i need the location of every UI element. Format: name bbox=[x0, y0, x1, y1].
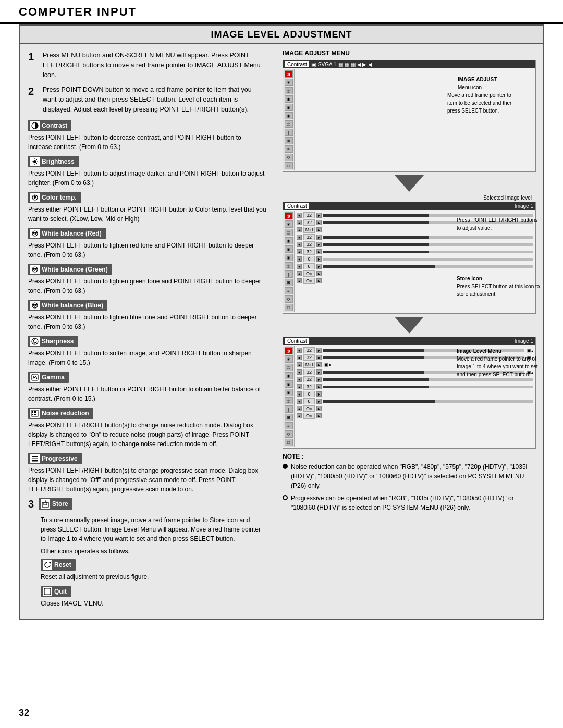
item-wb-red: White balance (Red) Press POINT LEFT but… bbox=[28, 228, 266, 260]
menu-val-2: Mid bbox=[303, 227, 315, 233]
menu-bar-3 bbox=[323, 236, 533, 239]
menu-bar-3-extra: Image 1 bbox=[515, 338, 533, 344]
menu-bar-icons: ▦ ▦ ▦ ◀ ▶ ◀ bbox=[338, 61, 372, 67]
sharpness-icon bbox=[30, 337, 40, 346]
annotation-pointer: Move a red frame pointer to item to be s… bbox=[447, 91, 541, 115]
menu-icon-3-2: ◎ bbox=[285, 364, 293, 371]
image-level-desc: Move a red frame pointer to any of Image… bbox=[457, 355, 540, 378]
menu-val-3: 32 bbox=[303, 234, 315, 240]
quit-label: Quit bbox=[41, 586, 71, 597]
wb-red-desc: Press POINT LEFT button to lighten red t… bbox=[28, 241, 266, 260]
step-2-number: 2 bbox=[28, 85, 40, 97]
contrast-desc: Press POINT LEFT button to decrease cont… bbox=[28, 133, 266, 152]
menu-icon-3-9: ≡ bbox=[285, 422, 293, 429]
note-title: NOTE : bbox=[283, 453, 536, 460]
item-wb-green: White balance (Green) Press POINT LEFT b… bbox=[28, 264, 266, 295]
noise-label: Noise reduction bbox=[28, 408, 93, 419]
arrow-1-wrapper bbox=[283, 175, 536, 192]
svg-point-15 bbox=[33, 268, 35, 270]
menu-icon-2-9: ≡ bbox=[285, 287, 293, 294]
menu-icon-1: ☀ bbox=[285, 79, 293, 86]
gamma-label: Gamma bbox=[28, 372, 69, 383]
svg-point-1 bbox=[33, 160, 36, 163]
menu-icon-3-3: ◉ bbox=[285, 372, 293, 379]
menu-btn-l-4: ◄ bbox=[297, 242, 302, 247]
menu-btn-l-2: ◄ bbox=[297, 227, 302, 232]
menu-icon-2-8: ⊞ bbox=[285, 279, 293, 286]
menu-row-7: ◄ 8 ► bbox=[297, 263, 533, 269]
color-temp-label: Color temp. bbox=[28, 192, 81, 203]
quit-icon bbox=[43, 587, 52, 596]
svg-rect-27 bbox=[34, 411, 35, 412]
menu-btn-r-1: ► bbox=[316, 220, 322, 225]
menu-bar-7 bbox=[323, 265, 533, 268]
menu-btn-l-5: ◄ bbox=[297, 249, 302, 254]
menu-row-3-7: ◄ 8 ► bbox=[297, 398, 533, 404]
page-number: 32 bbox=[19, 708, 29, 719]
section-box: IMAGE LEVEL ADJUSTMENT 1 Press MENU butt… bbox=[19, 24, 544, 620]
menu-row-3-8: ◄ On ► bbox=[297, 405, 533, 412]
step-3-other: Other icons operates as follows. bbox=[41, 547, 266, 556]
reset-icon bbox=[43, 560, 52, 570]
menu-bar-1: Contrast ▣ SVGA 1 ▦ ▦ ▦ ◀ ▶ ◀ bbox=[283, 60, 535, 68]
menu-icon-2-6: ◎ bbox=[285, 262, 293, 269]
menu-icon-6: ◎ bbox=[285, 120, 293, 128]
svg-rect-40 bbox=[44, 502, 47, 505]
item-reset: Reset Reset all adjustment to previous f… bbox=[41, 559, 266, 582]
image-level-menu-label: Image Level Menu bbox=[457, 347, 540, 355]
svg-rect-37 bbox=[32, 460, 38, 461]
menu-icon-2-2: ◎ bbox=[285, 229, 293, 236]
menu-val-6: 0 bbox=[303, 256, 315, 262]
menu-icon-3-6: ◎ bbox=[285, 397, 293, 404]
gamma-icon bbox=[30, 373, 40, 382]
progressive-icon bbox=[30, 454, 40, 463]
item-contrast: Contrast Press POINT LEFT button to decr… bbox=[28, 120, 266, 152]
svg-rect-33 bbox=[34, 414, 35, 415]
menu-side-3: ◑ ☀ ◎ ◉ ◉ ◉ ◎ ∫ ⊞ ≡ ↺ □ bbox=[283, 346, 295, 447]
menu-icon-11: □ bbox=[285, 162, 293, 169]
menu-btn-l-3: ◄ bbox=[297, 235, 302, 240]
step-3: 3 Store bbox=[28, 498, 266, 511]
brightness-label: Brightness bbox=[28, 156, 79, 167]
sharpness-desc: Press POINT LEFT button to soften image,… bbox=[28, 349, 266, 367]
note-text-0: Noise reduction can be operated when "RG… bbox=[291, 462, 536, 490]
noise-desc: Press POINT LEFT/RIGHT button(s) to chan… bbox=[28, 421, 266, 449]
wb-red-icon bbox=[30, 229, 40, 238]
store-icon bbox=[41, 499, 50, 509]
image-adjust-menu-title: IMAGE ADJUST MENU bbox=[283, 50, 536, 57]
item-color-temp: Color temp. Press either POINT LEFT butt… bbox=[28, 192, 266, 224]
menu-side-2: ◑ ☀ ◎ ◉ ◉ ◉ ◎ ∫ ⊞ ≡ ↺ □ bbox=[283, 211, 295, 312]
menu-btn-r-4: ► bbox=[316, 242, 322, 247]
menu-btn-l-8: ◄ bbox=[297, 271, 302, 276]
menu-icon-10: ↺ bbox=[285, 154, 293, 161]
item-sharpness: Sharpness Press POINT LEFT button to sof… bbox=[28, 336, 266, 367]
reset-label: Reset bbox=[41, 559, 76, 571]
svg-line-6 bbox=[33, 159, 34, 160]
svg-line-7 bbox=[36, 163, 38, 164]
menu-icon-2: ◎ bbox=[285, 87, 293, 94]
menu-icon-2-5: ◉ bbox=[285, 254, 293, 261]
menu-icon-3-7: ∫ bbox=[285, 405, 293, 413]
item-quit: Quit Closes IMAGE MENU. bbox=[41, 586, 266, 608]
item-brightness: Brightness Press POINT LEFT button to ad… bbox=[28, 156, 266, 188]
menu-icon-8: ⊞ bbox=[285, 137, 293, 144]
menu-val-1: 32 bbox=[303, 219, 315, 226]
menu-mock-top-wrapper: Contrast ▣ SVGA 1 ▦ ▦ ▦ ◀ ▶ ◀ ◑ ☀ ◎ ◉ bbox=[283, 60, 536, 172]
step-1: 1 Press MENU button and ON-SCREEN MENU w… bbox=[28, 51, 266, 80]
reset-desc: Reset all adjustment to previous figure. bbox=[41, 572, 266, 582]
step-1-text: Press MENU button and ON-SCREEN MENU wil… bbox=[43, 51, 266, 80]
menu-btn-r-9: ► bbox=[316, 278, 322, 283]
menu-btn-l-6: ◄ bbox=[297, 256, 302, 262]
svg-line-9 bbox=[33, 163, 34, 164]
gamma-desc: Press either POINT LEFT button or POINT … bbox=[28, 385, 266, 403]
menu-btn-r-8: ► bbox=[316, 271, 322, 276]
step-2-text: Press POINT DOWN button to move a red fr… bbox=[43, 85, 266, 114]
note-text-1: Progressive can be operated when "RGB", … bbox=[291, 493, 536, 512]
arrow-2-wrapper bbox=[283, 317, 536, 334]
menu-btn-r-0: ► bbox=[316, 213, 322, 218]
menu-icon-2-10: ↺ bbox=[285, 295, 293, 303]
menu-val-4: 32 bbox=[303, 241, 315, 248]
item-noise: Noise reduction Press POINT LEFT/RIGHT b… bbox=[28, 408, 266, 449]
svg-rect-30 bbox=[34, 412, 35, 413]
menu-tab-svga: SVGA 1 bbox=[318, 61, 337, 67]
